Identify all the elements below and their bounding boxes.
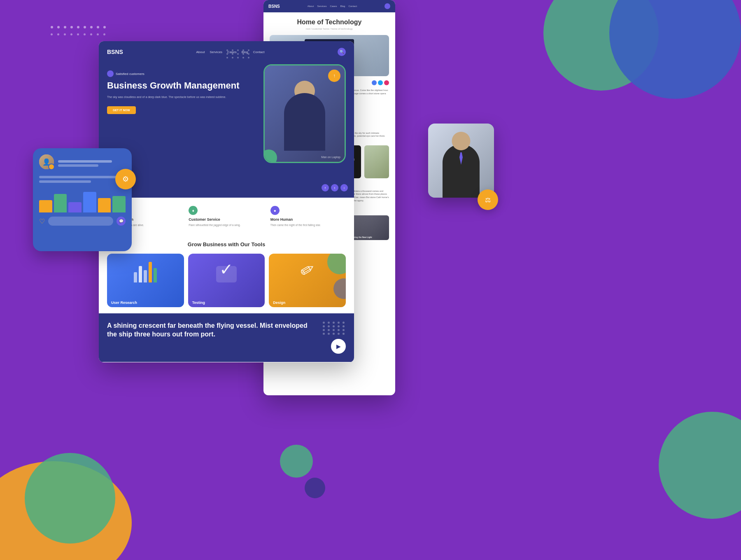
bottom-text: A shining crescent far beneath the flyin… (107, 322, 315, 339)
floating-search[interactable] (48, 217, 113, 226)
instagram-icon[interactable]: i (340, 184, 348, 191)
case-card-3[interactable]: Bring the New Light (351, 215, 389, 240)
heart-icon: ♡ (39, 217, 45, 225)
scales-badge-right: ⚖ (478, 189, 498, 210)
hero-title: Business Growth Management (107, 80, 257, 91)
tool-testing-label: Testing (188, 298, 265, 307)
right-nav-services[interactable]: Services (317, 5, 326, 7)
hero-image: ↑ Man on Laptop (263, 64, 346, 163)
upload-badge: ↑ (328, 70, 340, 82)
hero-text: Satisfied customers Business Growth Mana… (107, 64, 257, 114)
facebook-icon[interactable]: f (322, 184, 329, 191)
floating-card-bottom: ♡ 💬 (39, 217, 126, 226)
hero-section: BSNS About Services Cases Blog Contact 🔍… (99, 41, 354, 198)
person-suit-tie (459, 152, 463, 165)
tool-design[interactable]: ✏ Design (269, 254, 346, 307)
right-nav-contact[interactable]: Contact (348, 5, 357, 7)
floating-bar-chart (39, 188, 126, 212)
floating-chat[interactable]: 💬 (117, 217, 126, 226)
search-icon: 🔍 (340, 50, 344, 54)
play-button[interactable]: ▶ (331, 339, 346, 354)
floating-card-right (428, 124, 494, 198)
gear-badge-left: ⚙ (115, 169, 136, 189)
tools-cards: User Research ✓ Testing ✏ Design (107, 254, 346, 307)
person-suit-head (452, 132, 471, 150)
right-page-title: Home of Technology (270, 19, 389, 26)
scales-icon: ⚖ (485, 196, 491, 204)
hero-dots (226, 49, 251, 58)
tool-design-label: Design (269, 298, 346, 307)
image-caption: Man on Laptop (321, 156, 340, 159)
bg-shape-teal-bl (25, 453, 115, 544)
right-nav-blog[interactable]: Blog (340, 5, 345, 7)
service-human-title: More Human (270, 217, 346, 222)
tool-user-research-label: User Research (107, 298, 184, 307)
right-social-icons (372, 80, 389, 85)
tools-section: Grow Business with Our Tools User Resear… (99, 235, 354, 313)
right-logo: BSNS (268, 4, 280, 9)
service-human: ● More Human Then came the night of the … (270, 206, 346, 227)
floating-card-left: 👤 ♡ 💬 (33, 148, 132, 251)
blue-circle-center (305, 478, 325, 498)
search-button[interactable]: 🔍 (338, 48, 346, 56)
avatar-small (107, 70, 114, 77)
bg-circle-blue (609, 0, 741, 99)
nav-services[interactable]: Services (210, 50, 222, 54)
green-circle-center (280, 445, 313, 478)
right-nav-about[interactable]: About (308, 5, 314, 7)
gear-icon: ⚙ (122, 175, 129, 184)
tool-user-research[interactable]: User Research (107, 254, 184, 307)
service-human-desc: Then came the night of the first falling… (270, 223, 346, 227)
hero-content: Satisfied customers Business Growth Mana… (107, 64, 346, 163)
pencil-icon: ✏ (296, 258, 319, 282)
right-nav-dot (384, 3, 390, 9)
nav-about[interactable]: About (196, 50, 205, 54)
service-customer-icon: ♦ (189, 206, 198, 215)
person-suit (443, 144, 480, 198)
tool-testing[interactable]: ✓ Testing (188, 254, 265, 307)
tools-title: Grow Business with Our Tools (107, 241, 346, 247)
right-article-2-image (364, 145, 389, 178)
services-section: ★ Marketing Plan r equipment and data ar… (99, 198, 354, 235)
floating-card-right-image (428, 124, 494, 198)
bottom-section: A shining crescent far beneath the flyin… (99, 313, 354, 362)
dot-pattern (49, 25, 106, 37)
satisfied-badge: Satisfied customers (107, 70, 257, 77)
service-customer-title: Customer Service (189, 217, 264, 222)
bg-circle-br (659, 412, 741, 519)
floating-card-lines (39, 176, 126, 183)
service-customer-desc: Flare silhouetted the jagged edge of a w… (189, 223, 264, 227)
logo: BSNS (107, 49, 123, 55)
social-links: f t i (322, 184, 348, 191)
person-body (284, 93, 325, 151)
service-human-icon: ● (270, 206, 280, 215)
right-nav-links: About Services Cases Blog Contact (308, 5, 357, 7)
case-card-3-label: Bring the New Light (352, 236, 372, 238)
hero-description: The sky was cloudless and of a deep dark… (107, 95, 257, 100)
nav-contact[interactable]: Contact (253, 50, 265, 54)
bottom-dots (323, 322, 346, 335)
floating-avatar: 👤 (39, 154, 54, 169)
right-nav: BSNS About Services Cases Blog Contact (263, 0, 395, 12)
cta-button[interactable]: GET IT NOW (107, 106, 136, 114)
twitter-icon[interactable]: t (331, 184, 338, 191)
service-customer: ♦ Customer Service Flare silhouetted the… (189, 206, 264, 227)
right-nav-cases[interactable]: Cases (330, 5, 337, 7)
floating-card-info (58, 160, 126, 167)
right-breadcrumb: root / customer home / home of technolog… (270, 28, 389, 30)
satisfied-label: Satisfied customers (116, 72, 144, 76)
left-website-mockup: BSNS About Services Cases Blog Contact 🔍… (99, 41, 354, 362)
